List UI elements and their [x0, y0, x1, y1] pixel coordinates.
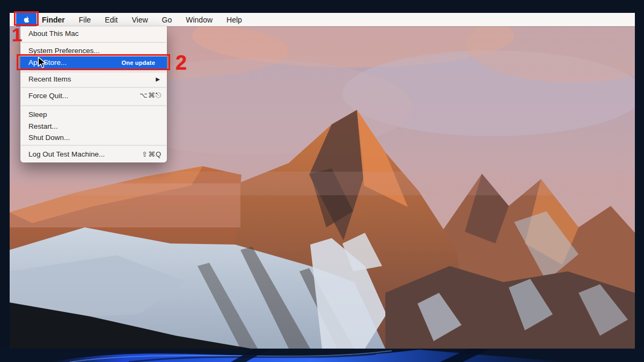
menubar-item-view[interactable]: View — [125, 16, 155, 24]
bloom-graphic — [0, 348, 644, 362]
menu-item-restart[interactable]: Restart... — [20, 120, 167, 132]
menu-item-about-this-mac[interactable]: About This Mac — [20, 27, 167, 39]
menu-item-label: Shut Down... — [28, 134, 70, 142]
mouse-cursor — [36, 56, 47, 69]
menu-item-label: Restart... — [28, 122, 58, 130]
menubar-item-edit[interactable]: Edit — [98, 16, 125, 24]
menu-item-shut-down[interactable]: Shut Down... — [20, 131, 167, 143]
menu-item-label: Log Out Test Machine... — [28, 150, 105, 158]
menu-bar: Finder File Edit View Go Window Help — [10, 13, 635, 26]
menu-separator — [21, 87, 166, 88]
apple-dropdown-menu: About This Mac System Preferences... App… — [20, 26, 167, 162]
menu-separator — [21, 105, 166, 106]
menubar-item-window[interactable]: Window — [179, 16, 219, 24]
menu-item-log-out[interactable]: Log Out Test Machine... ⇧⌘Q — [20, 148, 167, 160]
desktop-frame: { "menu_bar": { "items": ["Finder", "Fil… — [0, 0, 644, 362]
menu-item-force-quit[interactable]: Force Quit... ⌥⌘⎋ — [20, 90, 167, 101]
menu-item-recent-items[interactable]: Recent Items ▶ — [20, 73, 167, 85]
annotation-box-step1 — [14, 11, 39, 26]
menubar-item-go[interactable]: Go — [155, 16, 179, 24]
menu-separator — [21, 71, 166, 72]
windows-bloom-strip — [0, 348, 644, 362]
menu-item-label: Force Quit... — [28, 92, 68, 100]
annotation-number-2: 2 — [175, 53, 187, 73]
menu-item-label: Sleep — [28, 110, 47, 119]
annotation-number-1: 1 — [12, 25, 22, 44]
menu-item-label: System Preferences... — [28, 47, 100, 55]
menu-separator — [21, 42, 166, 43]
menu-separator — [21, 145, 166, 146]
menu-item-label: Recent Items — [28, 75, 71, 83]
keyboard-shortcut: ⌥⌘⎋ — [140, 91, 162, 100]
submenu-arrow-icon: ▶ — [156, 76, 160, 82]
menubar-item-file[interactable]: File — [72, 16, 98, 24]
menu-item-label: About This Mac — [28, 29, 79, 38]
keyboard-shortcut: ⇧⌘Q — [142, 150, 162, 158]
menubar-item-help[interactable]: Help — [219, 16, 249, 24]
menubar-item-finder[interactable]: Finder — [36, 16, 72, 24]
menu-item-sleep[interactable]: Sleep — [20, 108, 167, 120]
cursor-arrow-icon — [36, 56, 47, 69]
